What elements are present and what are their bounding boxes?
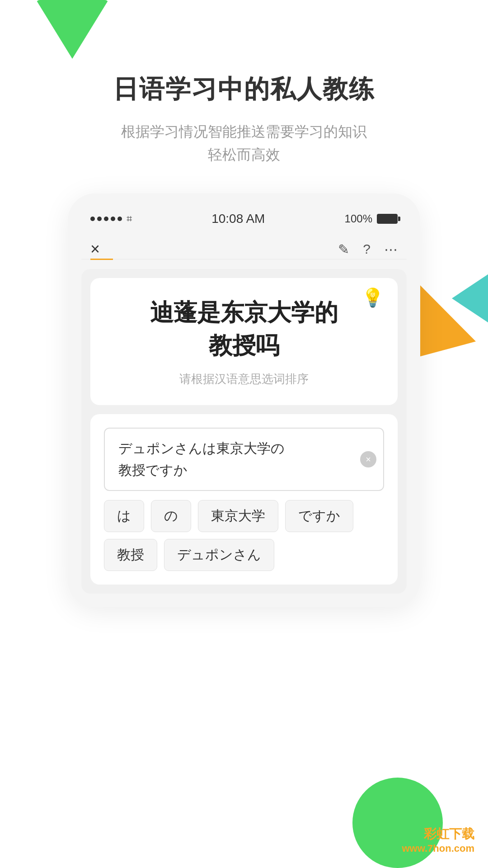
clear-button[interactable]: ×: [360, 451, 376, 467]
nav-icons: ✎ ? ⋯: [338, 241, 398, 257]
battery-percentage: 100%: [345, 212, 372, 225]
status-left: ⌗: [90, 213, 132, 225]
word-chips-container: は の 東京大学 ですか 教授 デュポンさん: [104, 500, 384, 571]
answer-input-text: デュポンさんは東京大学の 教授ですか: [118, 441, 285, 477]
clear-icon: ×: [366, 452, 371, 467]
signal-dot-1: [90, 217, 95, 221]
word-chip-1[interactable]: は: [104, 500, 144, 532]
watermark-line1: 彩虹下载: [402, 826, 474, 843]
answer-input-area[interactable]: デュポンさんは東京大学の 教授ですか ×: [104, 428, 384, 491]
signal-dot-2: [97, 217, 102, 221]
nav-underline: [90, 259, 113, 260]
question-line2: 教授吗: [113, 329, 375, 362]
phone-inner-content: 💡 迪蓬是东京大学的 教授吗 请根据汉语意思选词排序 デュポンさんは東京大学の …: [81, 269, 407, 594]
signal-dots: [90, 217, 122, 221]
question-hint: 请根据汉语意思选词排序: [113, 371, 375, 387]
status-right: 100%: [345, 212, 398, 225]
watermark-line2: www.7hon.com: [402, 843, 474, 854]
bottom-circle-decoration: [352, 778, 443, 868]
close-button[interactable]: ×: [90, 240, 100, 259]
answer-card: デュポンさんは東京大学の 教授ですか × は の 東京大学 ですか 教授 デュポ…: [90, 414, 398, 585]
question-card: 💡 迪蓬是东京大学的 教授吗 请根据汉语意思选词排序: [90, 278, 398, 405]
question-text: 迪蓬是东京大学的 教授吗: [113, 296, 375, 362]
main-content: 日语学习中的私人教练 根据学习情况智能推送需要学习的知识 轻松而高效 ⌗ 10:…: [0, 72, 488, 607]
subtitle-line1: 根据学习情况智能推送需要学习的知识: [121, 120, 367, 143]
word-chip-5[interactable]: 教授: [104, 539, 157, 571]
word-chip-4[interactable]: ですか: [285, 500, 353, 532]
watermark: 彩虹下载 www.7hon.com: [402, 826, 474, 854]
word-chip-2[interactable]: の: [151, 500, 191, 532]
signal-dot-3: [104, 217, 108, 221]
status-time: 10:08 AM: [211, 212, 265, 226]
signal-dot-5: [117, 217, 122, 221]
status-bar: ⌗ 10:08 AM 100%: [81, 207, 407, 231]
subtitle-line2: 轻松而高效: [121, 143, 367, 166]
phone-mockup: ⌗ 10:08 AM 100% × ✎ ? ⋯ 💡 迪蓬是东: [68, 193, 420, 607]
question-line1: 迪蓬是东京大学的: [113, 296, 375, 329]
nav-bar: × ✎ ? ⋯: [81, 235, 407, 260]
top-triangle-decoration: [36, 0, 108, 59]
signal-dot-4: [111, 217, 115, 221]
wifi-icon: ⌗: [127, 213, 132, 225]
battery-icon: [377, 214, 398, 224]
edit-icon[interactable]: ✎: [338, 241, 349, 257]
more-icon[interactable]: ⋯: [384, 241, 398, 257]
page-title: 日语学习中的私人教练: [113, 72, 375, 107]
word-chip-3[interactable]: 東京大学: [198, 500, 278, 532]
lightbulb-icon: 💡: [361, 287, 384, 308]
word-chip-6[interactable]: デュポンさん: [164, 539, 274, 571]
help-icon[interactable]: ?: [363, 241, 371, 257]
page-subtitle: 根据学习情况智能推送需要学习的知识 轻松而高效: [121, 120, 367, 166]
